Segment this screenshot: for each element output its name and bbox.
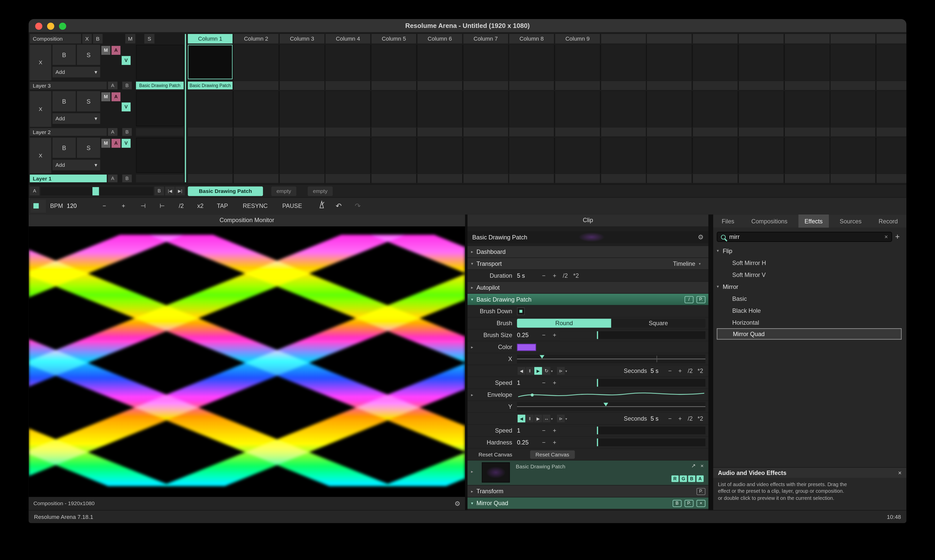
y-duration-double-button[interactable]: *2 <box>696 415 705 422</box>
column-4-header[interactable]: Column 4 <box>326 34 370 44</box>
layer-3-bypass-button[interactable]: B <box>52 45 76 65</box>
duration-increase-button[interactable]: + <box>549 272 560 279</box>
disclosure-triangle-icon[interactable]: ▸ <box>471 285 477 290</box>
duration-value[interactable]: 5 s <box>517 272 538 279</box>
disclosure-triangle-icon[interactable]: ▸ <box>471 345 477 349</box>
y-speed-slider[interactable] <box>560 426 705 434</box>
layer-1-crossfader-a-button[interactable]: A <box>108 175 118 183</box>
y-playhead-marker[interactable] <box>604 403 608 406</box>
speed-decrease-button[interactable]: − <box>538 427 549 434</box>
y-duration-decrease-button[interactable]: − <box>665 415 675 422</box>
empty-deck-tab-2[interactable]: empty <box>308 186 333 196</box>
speed-increase-button[interactable]: + <box>549 427 560 434</box>
undo-button[interactable]: ↶ <box>333 200 345 212</box>
y-pingpong-mode-icon[interactable]: ↔ <box>543 415 551 422</box>
layer-1-bypass-button[interactable]: B <box>52 138 76 158</box>
clip-name-field[interactable]: Basic Drawing Patch ⚙ <box>468 231 708 243</box>
disclosure-triangle-icon[interactable]: ▾ <box>471 297 477 302</box>
pause-button[interactable]: PAUSE <box>277 200 307 212</box>
y-play-forward-button[interactable]: ▶ <box>534 415 542 422</box>
x-loop-mode-icon[interactable]: ↻ <box>543 367 551 375</box>
layer-1-clear-button[interactable]: X <box>30 138 51 173</box>
layer-2-preview-thumbnail[interactable] <box>136 91 184 126</box>
tab-effects[interactable]: Effects <box>799 214 829 228</box>
hardness-increase-button[interactable]: + <box>549 439 560 446</box>
layer-3-master-toggle[interactable]: M <box>101 46 110 55</box>
brush-down-checkbox[interactable] <box>517 308 525 315</box>
monitor-settings-gear-icon[interactable]: ⚙ <box>455 500 460 508</box>
layer-2-label[interactable]: Layer 2 <box>30 128 107 136</box>
column-1-trigger-button[interactable]: Basic Drawing Patch <box>188 186 263 196</box>
column-3-header[interactable]: Column 3 <box>280 34 324 44</box>
close-icon[interactable]: × <box>696 500 705 507</box>
y-pause-button[interactable]: ‖ <box>526 415 534 422</box>
red-channel-toggle[interactable]: R <box>671 475 679 482</box>
bpm-value[interactable]: 120 <box>67 200 83 212</box>
layer-2-add-dropdown[interactable]: Add▾ <box>52 113 100 124</box>
composition-active-toggle[interactable] <box>31 200 46 213</box>
bpm-decrease-button[interactable]: − <box>98 200 111 212</box>
tab-files[interactable]: Files <box>716 214 741 228</box>
layer-1-audio-toggle[interactable]: A <box>111 139 120 148</box>
title-bar[interactable]: Resolume Arena - Untitled (1920 x 1080) <box>29 19 907 33</box>
disclosure-triangle-icon[interactable]: ▸ <box>471 489 477 494</box>
dashboard-section-header[interactable]: ▸ Dashboard <box>468 246 708 257</box>
x-play-forward-button[interactable]: ▶ <box>534 367 542 375</box>
redo-button[interactable]: ↷ <box>352 200 364 212</box>
speed-value[interactable]: 1 <box>517 427 538 434</box>
x-speed-slider[interactable] <box>560 379 705 387</box>
preset-menu-icon[interactable]: P. <box>685 500 693 507</box>
layer-3-clear-button[interactable]: X <box>30 45 51 80</box>
disclosure-triangle-icon[interactable]: ▾ <box>471 261 477 266</box>
resync-button[interactable]: RESYNC <box>238 200 272 212</box>
previous-column-button[interactable]: |◀ <box>165 186 175 195</box>
brush-square-option[interactable]: Square <box>611 319 705 328</box>
layer-2-clip-grid[interactable] <box>188 91 906 127</box>
layer-3-crossfader-b-button[interactable]: B <box>122 82 132 89</box>
effect-item-black-hole[interactable]: Black Hole <box>713 305 906 316</box>
column-5-header[interactable]: Column 5 <box>372 34 416 44</box>
brush-size-increase-button[interactable]: + <box>549 332 560 338</box>
column-2-header[interactable]: Column 2 <box>234 34 278 44</box>
disclosure-triangle-icon[interactable]: ▾ <box>471 501 477 506</box>
column-6-header[interactable]: Column 6 <box>417 34 462 44</box>
transport-mode-dropdown[interactable]: Timeline ▾ <box>673 260 705 267</box>
layer-2-video-toggle[interactable]: V <box>122 103 131 111</box>
brush-size-value[interactable]: 0.25 <box>517 332 538 338</box>
preset-menu-icon[interactable]: P. <box>696 488 705 495</box>
speed-increase-button[interactable]: + <box>549 380 560 386</box>
disclosure-triangle-icon[interactable]: ▾ <box>717 249 723 253</box>
layer-3-add-dropdown[interactable]: Add▾ <box>52 67 100 77</box>
layer-3-column-1-active-clip[interactable] <box>188 45 233 79</box>
color-swatch[interactable] <box>517 343 536 351</box>
x-playhead-marker[interactable] <box>540 355 545 359</box>
layer-3-solo-button[interactable]: S <box>77 45 100 65</box>
y-seconds-value[interactable]: 5 s <box>651 415 665 422</box>
effect-item-horizontal[interactable]: Horizontal <box>713 316 906 328</box>
effect-item-mirror-quad-selected[interactable]: Mirror Quad <box>717 328 902 340</box>
y-play-direction-icon[interactable]: ⊳ <box>557 415 565 422</box>
effect-item-soft-mirror-v[interactable]: Soft Mirror V <box>713 269 906 280</box>
minimize-window-button[interactable] <box>47 23 54 30</box>
composition-header[interactable]: Composition <box>30 34 81 44</box>
layer-2-master-toggle[interactable]: M <box>101 92 110 101</box>
alpha-channel-toggle[interactable]: A <box>696 475 704 482</box>
transform-section-header[interactable]: ▸ Transform P. <box>468 486 708 497</box>
search-input[interactable] <box>729 234 882 240</box>
preset-menu-icon[interactable]: P. <box>696 296 705 303</box>
expand-icon[interactable]: ↗ <box>691 463 696 469</box>
layer-1-add-dropdown[interactable]: Add▾ <box>52 160 100 170</box>
column-1-header[interactable]: Column 1 <box>188 34 233 44</box>
layer-3-label[interactable]: Layer 3 <box>30 82 107 89</box>
disclosure-triangle-icon[interactable]: ▸ <box>471 469 477 474</box>
layer-3-crossfader-a-button[interactable]: A <box>108 82 118 89</box>
speed-value[interactable]: 1 <box>517 380 538 386</box>
composition-bypass-button[interactable]: B <box>93 34 103 44</box>
hardness-value[interactable]: 0.25 <box>517 439 538 446</box>
tab-record[interactable]: Record <box>872 214 904 228</box>
layer-2-bypass-button[interactable]: B <box>52 91 76 111</box>
add-preset-button[interactable]: + <box>892 232 903 241</box>
crossfader-track[interactable] <box>41 187 153 195</box>
x-play-backward-button[interactable]: ◀ <box>518 367 525 375</box>
master-column-header[interactable]: M <box>125 34 136 44</box>
